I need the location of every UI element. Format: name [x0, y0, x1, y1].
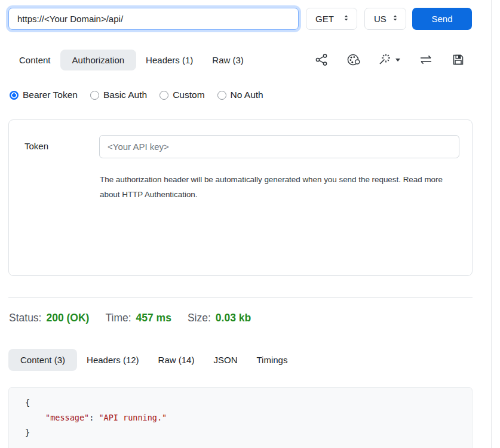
- token-help-text: The authorization header will be automat…: [100, 172, 443, 202]
- json-value: "API running.": [99, 413, 167, 422]
- status-value: 200 (OK): [46, 312, 89, 324]
- method-select-value: GET: [315, 14, 334, 24]
- caret-down-icon: [395, 57, 401, 63]
- auth-option-label: Bearer Token: [23, 90, 78, 100]
- time-label: Time:: [105, 312, 131, 324]
- request-tabs: Content Authorization Headers (1) Raw (3…: [10, 50, 253, 70]
- tab-response-content[interactable]: Content (3): [8, 349, 77, 371]
- token-help-line1: The authorization header will be automat…: [100, 172, 443, 187]
- region-select-value: US: [374, 14, 386, 24]
- auth-option-no-auth[interactable]: No Auth: [217, 90, 263, 100]
- select-updown-icon: [391, 14, 399, 24]
- auth-option-label: Custom: [173, 90, 204, 100]
- tab-headers[interactable]: Headers (1): [136, 50, 203, 70]
- content-edge-divider: [491, 0, 492, 448]
- tab-response-headers[interactable]: Headers (12): [77, 349, 149, 371]
- tab-response-json[interactable]: JSON: [204, 349, 247, 371]
- code-line: {: [25, 395, 472, 410]
- auth-option-basic-auth[interactable]: Basic Auth: [90, 90, 147, 100]
- token-panel: Token The authorization header will be a…: [8, 119, 473, 276]
- token-help-line2: about HTTP Authentication.: [100, 187, 443, 202]
- url-input[interactable]: [8, 8, 299, 30]
- code-line: }: [25, 425, 472, 440]
- code-line: "message": "API running.": [25, 410, 472, 425]
- palette-icon[interactable]: [346, 53, 360, 67]
- method-select[interactable]: GET: [306, 8, 357, 30]
- token-input[interactable]: [99, 135, 459, 158]
- radio-checked-icon[interactable]: [10, 91, 19, 100]
- json-separator: :: [89, 413, 99, 422]
- request-toolbar: [314, 53, 465, 67]
- select-updown-icon: [342, 14, 350, 24]
- auth-option-label: Basic Auth: [103, 90, 147, 100]
- auth-option-bearer-token[interactable]: Bearer Token: [10, 90, 78, 100]
- json-key: "message": [45, 413, 89, 422]
- magic-wand-icon[interactable]: [378, 53, 401, 67]
- size-label: Size:: [188, 312, 211, 324]
- tab-raw[interactable]: Raw (3): [203, 50, 253, 70]
- save-icon[interactable]: [451, 53, 465, 67]
- radio-icon[interactable]: [217, 91, 226, 100]
- swap-arrows-icon[interactable]: [418, 53, 434, 67]
- tab-response-raw[interactable]: Raw (14): [149, 349, 204, 371]
- auth-type-options: Bearer Token Basic Auth Custom No Auth: [10, 90, 263, 100]
- send-button[interactable]: Send: [412, 8, 472, 30]
- response-body-code: { "message": "API running." }: [8, 387, 473, 448]
- share-icon[interactable]: [314, 53, 329, 67]
- size-value: 0.03 kb: [216, 312, 251, 324]
- response-tabs: Content (3) Headers (12) Raw (14) JSON T…: [8, 349, 297, 371]
- tab-content[interactable]: Content: [10, 50, 60, 70]
- token-label: Token: [24, 141, 48, 151]
- response-summary: Status: 200 (OK) Time: 457 ms Size: 0.03…: [9, 312, 267, 324]
- radio-icon[interactable]: [90, 91, 99, 100]
- status-label: Status:: [9, 312, 41, 324]
- region-select[interactable]: US: [364, 8, 406, 30]
- auth-option-custom[interactable]: Custom: [159, 90, 204, 100]
- time-value: 457 ms: [136, 312, 171, 324]
- tab-response-timings[interactable]: Timings: [247, 349, 297, 371]
- section-divider: [8, 297, 473, 298]
- auth-option-label: No Auth: [231, 90, 263, 100]
- radio-icon[interactable]: [159, 91, 168, 100]
- tab-authorization[interactable]: Authorization: [60, 50, 137, 70]
- api-client-page: GET US Send Content Authorization Header…: [0, 0, 500, 448]
